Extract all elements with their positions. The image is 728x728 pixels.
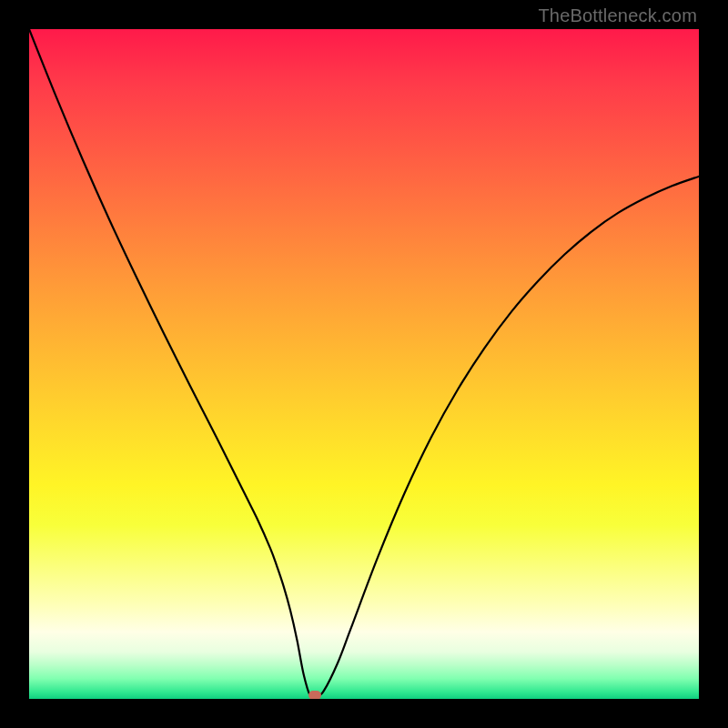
curve-svg [29,29,699,699]
bottleneck-curve [29,29,699,698]
plot-area [29,29,699,699]
chart-frame: TheBottleneck.com [0,0,728,728]
optimal-point-marker [308,691,321,699]
watermark-text: TheBottleneck.com [538,5,697,26]
